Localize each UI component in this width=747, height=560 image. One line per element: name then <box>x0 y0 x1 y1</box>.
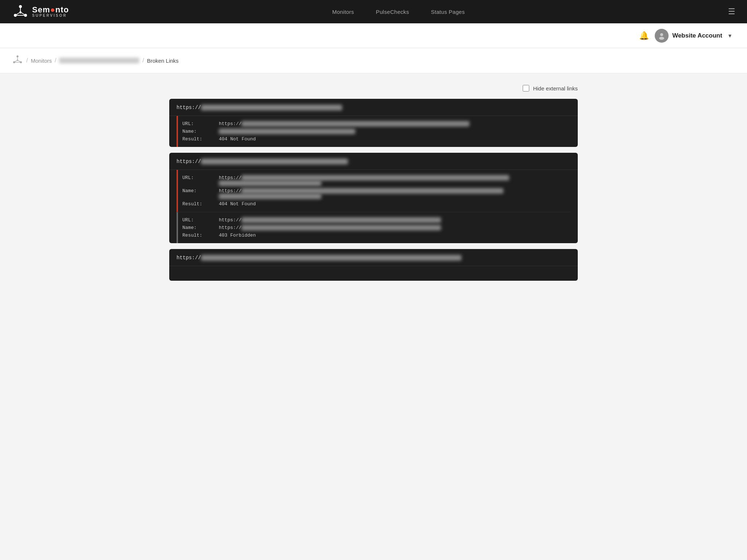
nav-status-pages[interactable]: Status Pages <box>431 9 465 15</box>
svg-line-6 <box>22 13 24 15</box>
brand-name: Sem●nto <box>32 6 69 14</box>
link-card-2-url-prefix: https:// <box>177 159 201 164</box>
semonto-logo-icon <box>12 3 29 20</box>
link-field-url-2-2: URL: https:// <box>182 217 570 223</box>
navbar: Sem●nto SUPERVISOR Monitors PulseChecks … <box>0 0 747 23</box>
chevron-down-icon: ▼ <box>727 33 732 39</box>
hamburger-icon[interactable]: ☰ <box>728 7 735 16</box>
navbar-right: ☰ <box>728 7 735 16</box>
link-card-3: https:// <box>169 249 578 281</box>
breadcrumb: / Monitors / / Broken Links <box>0 48 747 73</box>
navbar-nav: Monitors PulseChecks Status Pages <box>69 9 728 15</box>
link-field-result-2-1: Result: 404 Not Found <box>182 201 570 207</box>
breadcrumb-sep-2: / <box>55 57 56 64</box>
link-entry-2-1-fields: URL: https:// Name: ht <box>182 175 570 207</box>
avatar <box>655 29 669 43</box>
link-entry-2-1: URL: https:// Name: ht <box>177 170 570 212</box>
name-label-2-1: Name: <box>182 188 219 194</box>
link-field-name-2-2: Name: https:// <box>182 225 570 230</box>
link-card-1-url-prefix: https:// <box>177 105 201 110</box>
main-content: Hide external links https:// URL: https:… <box>155 73 592 298</box>
link-card-2-url-blurred <box>201 159 348 164</box>
breadcrumb-sep-1: / <box>26 57 28 64</box>
svg-line-15 <box>15 61 17 62</box>
breadcrumb-monitor-name <box>59 58 139 63</box>
link-card-1-header: https:// <box>169 99 578 116</box>
name-value-1 <box>219 129 355 134</box>
svg-line-5 <box>16 13 19 15</box>
url-label: URL: <box>182 121 219 127</box>
url-label-2-2: URL: <box>182 217 219 223</box>
hide-external-links-label[interactable]: Hide external links <box>533 85 578 92</box>
user-avatar-icon <box>658 32 666 40</box>
name-value-2-1: https:// <box>219 188 503 199</box>
link-card-1: https:// URL: https:// <box>169 99 578 147</box>
nav-monitors[interactable]: Monitors <box>332 9 354 15</box>
result-label-2-1: Result: <box>182 201 219 207</box>
svg-point-8 <box>660 33 663 36</box>
filter-bar: Hide external links <box>169 85 578 92</box>
link-entry-1-1: URL: https:// Name: <box>177 116 570 147</box>
svg-point-9 <box>659 37 664 40</box>
link-card-1-url-blurred <box>201 105 342 110</box>
link-field-url-2-1: URL: https:// <box>182 175 570 186</box>
nav-pulsechecks[interactable]: PulseChecks <box>376 9 409 15</box>
result-value-2-2: 403 Forbidden <box>219 233 256 238</box>
breadcrumb-monitors-link[interactable]: Monitors <box>31 58 52 64</box>
svg-point-0 <box>19 5 22 8</box>
url-label-2-1: URL: <box>182 175 219 180</box>
hide-external-links-checkbox[interactable] <box>523 85 529 92</box>
link-entry-2-2-fields: URL: https:// Name: https:// <box>182 217 570 238</box>
name-value-2-2: https:// <box>219 225 441 230</box>
result-value-1: 404 Not Found <box>219 136 256 142</box>
svg-point-13 <box>17 59 18 61</box>
link-card-3-header: https:// <box>169 249 578 266</box>
link-card-3-url-blurred <box>201 255 461 261</box>
svg-point-10 <box>16 55 18 57</box>
link-entry-1-1-fields: URL: https:// Name: <box>182 121 570 142</box>
svg-line-16 <box>18 61 20 62</box>
url-value-2-2: https:// <box>219 217 441 223</box>
link-field-result-1: Result: 404 Not Found <box>182 136 570 142</box>
url-value-2-1: https:// <box>219 175 509 186</box>
breadcrumb-current-page: Broken Links <box>147 58 179 64</box>
breadcrumb-home-icon[interactable] <box>12 54 23 67</box>
link-card-2-header: https:// <box>169 153 578 170</box>
brand-subtitle: SUPERVISOR <box>32 14 69 18</box>
link-card-2: https:// URL: https:// <box>169 153 578 243</box>
account-name: Website Account <box>672 32 722 39</box>
brand-text: Sem●nto SUPERVISOR <box>32 6 69 18</box>
result-value-2-1: 404 Not Found <box>219 201 256 207</box>
home-logo-icon <box>12 54 23 66</box>
result-label: Result: <box>182 136 219 142</box>
result-label-2-2: Result: <box>182 233 219 238</box>
link-field-name-2-1: Name: https:// <box>182 188 570 199</box>
name-label-2-2: Name: <box>182 225 219 230</box>
link-field-url-1: URL: https:// <box>182 121 570 127</box>
brand-logo[interactable]: Sem●nto SUPERVISOR <box>12 3 69 20</box>
url-value-1: https:// <box>219 121 469 127</box>
account-info[interactable]: Website Account ▼ <box>655 29 732 43</box>
name-label: Name: <box>182 129 219 134</box>
link-field-result-2-2: Result: 403 Forbidden <box>182 233 570 238</box>
link-card-3-url-prefix: https:// <box>177 255 201 261</box>
link-entry-2-2: URL: https:// Name: https:// <box>177 212 570 243</box>
breadcrumb-sep-3: / <box>142 57 144 64</box>
bell-icon[interactable]: 🔔 <box>639 31 649 40</box>
svg-point-3 <box>19 11 22 13</box>
account-bar: 🔔 Website Account ▼ <box>0 23 747 48</box>
link-field-name-1: Name: <box>182 129 570 134</box>
